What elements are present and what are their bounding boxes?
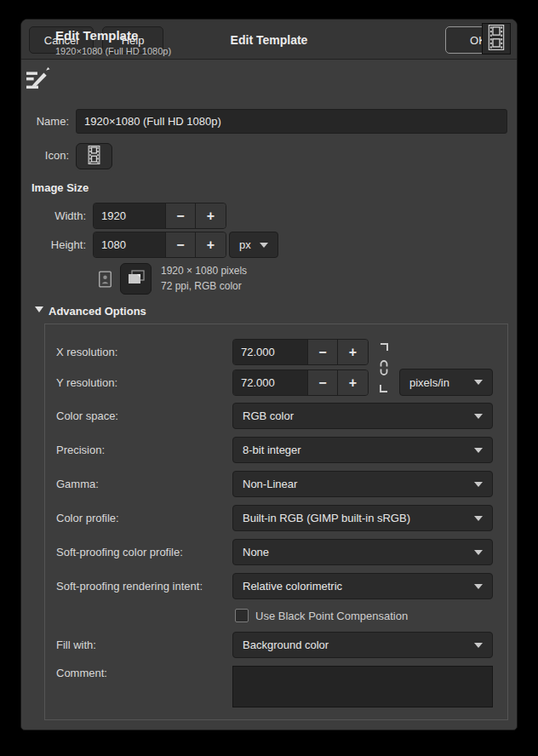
y-resolution-spinner: − + bbox=[232, 369, 369, 396]
fill-with-dropdown[interactable]: Background color bbox=[232, 632, 493, 658]
size-summary-line1: 1920 × 1080 pixels bbox=[161, 263, 247, 278]
width-label: Width: bbox=[21, 203, 86, 229]
color-space-value: RGB color bbox=[243, 410, 474, 422]
height-increase-button[interactable]: + bbox=[196, 232, 226, 257]
height-spinner: − + bbox=[93, 232, 226, 258]
x-resolution-spinner: − + bbox=[232, 339, 369, 365]
black-point-checkbox-label[interactable]: Use Black Point Compensation bbox=[255, 609, 408, 623]
x-resolution-label: X resolution: bbox=[56, 339, 117, 365]
black-point-checkbox[interactable] bbox=[235, 609, 249, 622]
y-resolution-label: Y resolution: bbox=[56, 369, 117, 396]
soft-proofing-profile-label: Soft-proofing color profile: bbox=[56, 539, 183, 565]
soft-proofing-profile-value: None bbox=[243, 546, 474, 558]
color-space-label: Color space: bbox=[56, 403, 118, 429]
y-resolution-decrease-button[interactable]: − bbox=[308, 370, 338, 395]
chain-icon[interactable] bbox=[376, 343, 392, 392]
resolution-unit-value: pixels/in bbox=[409, 376, 474, 389]
chevron-down-icon bbox=[474, 482, 483, 487]
fill-with-label: Fill with: bbox=[56, 632, 96, 658]
size-summary-line2: 72 ppi, RGB color bbox=[161, 278, 247, 294]
dialog-header-subtitle: 1920×1080 (Full HD 1080p) bbox=[55, 46, 171, 56]
soft-proofing-intent-dropdown[interactable]: Relative colorimetric bbox=[232, 573, 493, 599]
resolution-unit-dropdown[interactable]: pixels/in bbox=[399, 369, 493, 396]
edit-template-dialog: Cancel Help Edit Template OK Edit Templa… bbox=[20, 19, 518, 730]
chevron-down-icon bbox=[474, 643, 483, 648]
x-resolution-increase-button[interactable]: + bbox=[338, 340, 368, 364]
height-label: Height: bbox=[21, 232, 86, 258]
fill-with-value: Background color bbox=[243, 639, 474, 651]
color-space-dropdown[interactable]: RGB color bbox=[232, 403, 493, 429]
gamma-dropdown[interactable]: Non-Linear bbox=[232, 471, 493, 497]
y-resolution-increase-button[interactable]: + bbox=[338, 370, 368, 395]
x-resolution-input[interactable] bbox=[233, 340, 308, 364]
height-decrease-button[interactable]: − bbox=[166, 232, 196, 257]
x-resolution-decrease-button[interactable]: − bbox=[308, 340, 338, 364]
name-label: Name: bbox=[21, 109, 69, 134]
color-profile-dropdown[interactable]: Built-in RGB (GIMP built-in sRGB) bbox=[232, 505, 493, 531]
chevron-down-icon bbox=[474, 584, 483, 589]
color-profile-label: Color profile: bbox=[56, 505, 119, 531]
expander-arrow-icon[interactable] bbox=[35, 306, 43, 312]
film-icon bbox=[87, 146, 101, 168]
soft-proofing-profile-dropdown[interactable]: None bbox=[232, 539, 493, 565]
image-size-section-title: Image Size bbox=[31, 181, 89, 194]
soft-proofing-intent-label: Soft-proofing rendering intent: bbox=[56, 573, 203, 599]
width-spinner: − + bbox=[93, 203, 226, 229]
comment-label: Comment: bbox=[56, 667, 107, 679]
chevron-down-icon bbox=[474, 516, 483, 521]
precision-label: Precision: bbox=[56, 437, 105, 463]
size-unit-dropdown[interactable]: px bbox=[229, 232, 278, 258]
gamma-label: Gamma: bbox=[56, 471, 99, 497]
template-icon-button[interactable] bbox=[76, 143, 112, 169]
width-decrease-button[interactable]: − bbox=[166, 203, 196, 228]
edit-template-icon bbox=[25, 66, 52, 91]
name-input[interactable] bbox=[76, 109, 507, 134]
y-resolution-input[interactable] bbox=[233, 370, 308, 395]
width-input[interactable] bbox=[94, 203, 166, 228]
template-preview-icon-box bbox=[482, 23, 511, 54]
size-unit-value: px bbox=[239, 238, 260, 251]
size-summary: 1920 × 1080 pixels 72 ppi, RGB color bbox=[161, 263, 247, 294]
landscape-button[interactable] bbox=[120, 263, 152, 295]
film-icon bbox=[486, 25, 507, 54]
precision-dropdown[interactable]: 8-bit integer bbox=[232, 437, 493, 463]
height-input[interactable] bbox=[94, 232, 166, 257]
portrait-icon[interactable] bbox=[96, 268, 113, 290]
chevron-down-icon bbox=[260, 243, 268, 248]
chevron-down-icon bbox=[474, 550, 483, 555]
landscape-icon bbox=[128, 270, 145, 288]
precision-value: 8-bit integer bbox=[243, 444, 474, 456]
chevron-down-icon bbox=[474, 414, 483, 419]
dialog-header-title: Edit Template bbox=[55, 28, 138, 43]
chevron-down-icon bbox=[474, 380, 483, 385]
color-profile-value: Built-in RGB (GIMP built-in sRGB) bbox=[243, 512, 474, 524]
soft-proofing-intent-value: Relative colorimetric bbox=[243, 580, 474, 593]
chevron-down-icon bbox=[474, 448, 483, 453]
gamma-value: Non-Linear bbox=[243, 478, 474, 490]
comment-textarea[interactable] bbox=[232, 666, 493, 707]
width-increase-button[interactable]: + bbox=[196, 203, 226, 228]
icon-label: Icon: bbox=[21, 143, 69, 169]
advanced-options-expander[interactable]: Advanced Options bbox=[49, 305, 146, 318]
